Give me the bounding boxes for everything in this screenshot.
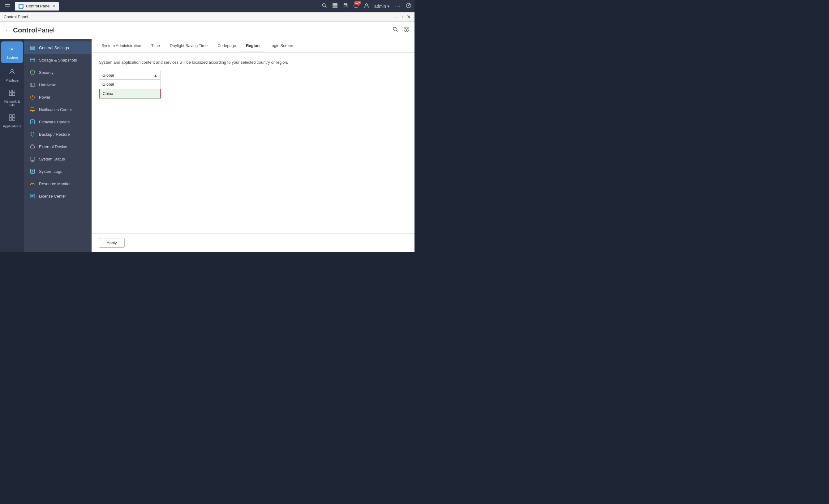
notification-badge: 10+ [354, 1, 361, 5]
general-settings-icon [29, 44, 36, 51]
sidebar-item-license-center[interactable]: License Center [24, 190, 92, 202]
sidebar-item-external-device[interactable]: External Device [24, 141, 92, 153]
region-description: System and application content and servi… [99, 60, 407, 65]
sidebar-item-backup-restore[interactable]: Backup / Restore [24, 128, 92, 141]
sidebar-item-storage-snapshots[interactable]: Storage & Snapshots [24, 54, 92, 66]
window-minimize-button[interactable]: – [395, 14, 398, 20]
window-title: Control Panel [4, 14, 28, 19]
sidebar-item-notification-label: Notification Center [39, 107, 72, 112]
nav-item-privilege-label: Privilege [6, 79, 19, 82]
left-nav: System Privilege Network & File [0, 39, 24, 252]
svg-rect-28 [12, 118, 15, 120]
speedometer-icon[interactable] [406, 3, 411, 9]
backup-restore-icon [29, 131, 36, 138]
browser-stack-icon[interactable] [332, 3, 338, 9]
sidebar-item-system-logs[interactable]: System Logs [24, 165, 92, 178]
browser-printer-icon[interactable] [343, 3, 348, 9]
admin-label: admin [374, 4, 386, 9]
svg-point-18 [406, 31, 407, 31]
notification-center-icon [29, 106, 36, 113]
content-tab-bar: System Administration Time Daylight Savi… [92, 39, 414, 52]
app-header: ← ControlPanel [0, 22, 414, 39]
tab-close-button[interactable]: × [53, 4, 55, 8]
nav-item-privilege[interactable]: Privilege [1, 64, 23, 86]
sidebar-item-backup-label: Backup / Restore [39, 132, 70, 137]
svg-rect-41 [30, 157, 35, 160]
svg-rect-30 [30, 47, 35, 48]
nav-item-system[interactable]: System [1, 41, 23, 63]
tab-title: Control Panel [26, 4, 50, 8]
svg-point-20 [11, 69, 13, 72]
window-controls: – + ✕ [395, 14, 411, 20]
info-notification-button[interactable]: 10+ [353, 3, 359, 9]
region-dropdown-container: Global ▲ Global China [99, 71, 161, 80]
sidebar-item-power[interactable]: Power [24, 91, 92, 103]
app-search-icon[interactable] [392, 26, 398, 34]
security-icon [29, 69, 36, 76]
sidebar-item-firmware-label: Firmware Update [39, 120, 70, 124]
svg-rect-48 [30, 194, 35, 198]
dropdown-option-china[interactable]: China [99, 89, 160, 98]
window-close-button[interactable]: ✕ [407, 14, 411, 20]
nav-item-applications-label: Applications [3, 124, 21, 128]
browser-actions: 10+ admin ▾ ··· [322, 3, 411, 9]
tab-daylight-saving[interactable]: Daylight Saving Time [165, 39, 213, 52]
tab-codepage[interactable]: Codepage [213, 39, 241, 52]
sidebar-item-firmware-update[interactable]: Firmware Update [24, 116, 92, 128]
browser-search-icon[interactable] [322, 3, 327, 9]
svg-line-2 [325, 6, 327, 8]
region-dropdown-list: Global China [99, 80, 161, 99]
sidebar-item-license-label: License Center [39, 194, 66, 198]
content-body: System and application content and servi… [92, 52, 414, 233]
system-status-icon [29, 156, 36, 162]
svg-rect-21 [9, 90, 12, 92]
sidebar-item-resource-monitor[interactable]: Resource Monitor [24, 178, 92, 190]
sidebar-item-power-label: Power [39, 95, 50, 100]
tab-system-admin[interactable]: System Administration [97, 39, 146, 52]
tab-region[interactable]: Region [241, 39, 264, 52]
svg-rect-24 [12, 93, 15, 95]
sidebar-item-system-status[interactable]: System Status [24, 153, 92, 165]
main-layout: System Privilege Network & File [0, 39, 414, 252]
sidebar-item-hardware[interactable]: Hardware [24, 79, 92, 91]
dropdown-arrow-icon: ▲ [154, 73, 157, 78]
sidebar: General Settings Storage & Snapshots Sec… [24, 39, 92, 252]
external-device-icon [29, 143, 36, 150]
app-title-light: Panel [37, 26, 55, 34]
system-logs-icon [29, 168, 36, 175]
svg-rect-27 [9, 118, 12, 120]
sidebar-item-system-logs-label: System Logs [39, 169, 62, 174]
browser-tab[interactable]: Control Panel × [15, 2, 59, 10]
app-help-icon[interactable] [403, 26, 409, 34]
content-footer: Apply [92, 233, 414, 252]
region-dropdown-trigger[interactable]: Global ▲ [99, 71, 161, 80]
back-button[interactable]: ← [5, 27, 10, 33]
app-window: ← ControlPanel System [0, 22, 414, 252]
more-options-button[interactable]: ··· [394, 3, 401, 9]
nav-item-system-label: System [6, 56, 18, 60]
tab-time[interactable]: Time [146, 39, 165, 52]
user-icon[interactable] [364, 3, 369, 9]
hardware-icon [29, 81, 36, 88]
sidebar-item-notification-center[interactable]: Notification Center [24, 103, 92, 116]
sidebar-item-general-settings[interactable]: General Settings [24, 41, 92, 54]
applications-nav-icon [8, 114, 16, 123]
nav-item-network-label: Network & File [1, 100, 23, 107]
nav-item-applications[interactable]: Applications [1, 110, 23, 132]
content-area: System Administration Time Daylight Savi… [92, 39, 414, 252]
nav-item-network-file[interactable]: Network & File [1, 87, 23, 109]
svg-point-15 [393, 27, 396, 30]
sidebar-item-resource-label: Resource Monitor [39, 182, 71, 186]
hamburger-button[interactable] [3, 2, 12, 11]
svg-point-12 [365, 4, 367, 6]
window-titlebar: Control Panel – + ✕ [0, 12, 414, 22]
apply-button[interactable]: Apply [99, 238, 125, 248]
admin-dropdown[interactable]: admin ▾ [374, 4, 390, 9]
sidebar-item-security[interactable]: Security [24, 66, 92, 79]
window-maximize-button[interactable]: + [401, 14, 404, 20]
app-title-bold: Control [13, 26, 37, 34]
tab-login-screen[interactable]: Login Screen [264, 39, 298, 52]
svg-point-8 [347, 5, 347, 6]
storage-snapshots-icon [29, 56, 36, 64]
dropdown-option-global[interactable]: Global [99, 80, 160, 89]
